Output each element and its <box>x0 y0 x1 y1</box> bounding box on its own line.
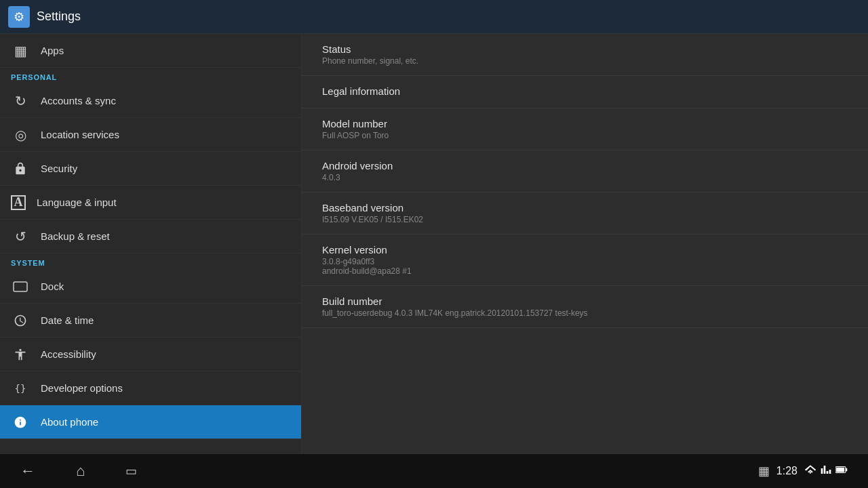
content-row-build-number[interactable]: Build number full_toro-userdebug 4.0.3 I… <box>302 286 868 328</box>
sidebar-item-accessibility[interactable]: Accessibility <box>0 338 301 371</box>
sidebar-item-about-phone[interactable]: About phone <box>0 405 301 439</box>
content-row-legal[interactable]: Legal information <box>302 76 868 108</box>
sidebar-item-security[interactable]: Security <box>0 152 301 186</box>
sidebar-item-accounts-sync-label: Accounts & sync <box>41 95 116 106</box>
sidebar-item-dock[interactable]: Dock <box>0 270 301 304</box>
sidebar: ▦ Apps PERSONAL ↻ Accounts & sync ◎ Loca… <box>0 34 302 488</box>
section-system-label: SYSTEM <box>0 253 301 270</box>
page-title: Settings <box>37 9 81 24</box>
sidebar-item-developer-label: Developer options <box>41 382 123 394</box>
content-row-baseband-version[interactable]: Baseband version I515.09 V.EK05 / I515.E… <box>302 192 868 235</box>
sidebar-item-backup-reset[interactable]: ↺ Backup & reset <box>0 220 301 253</box>
android-version-title: Android version <box>322 160 848 171</box>
recents-button[interactable]: ▭ <box>125 464 137 479</box>
content-row-status[interactable]: Status Phone number, signal, etc. <box>302 34 868 76</box>
model-title: Model number <box>322 118 848 129</box>
content-row-android-version[interactable]: Android version 4.0.3 <box>302 150 868 192</box>
section-personal-label: PERSONAL <box>0 68 301 84</box>
sidebar-item-location-label: Location services <box>41 129 119 140</box>
sidebar-item-language-input[interactable]: A Language & input <box>0 186 301 220</box>
content-row-kernel-version[interactable]: Kernel version 3.0.8-g49a0ff3 android-bu… <box>302 235 868 286</box>
sidebar-item-date-time[interactable]: Date & time <box>0 304 301 338</box>
sidebar-item-backup-label: Backup & reset <box>41 230 110 242</box>
sidebar-item-location-services[interactable]: ◎ Location services <box>0 118 301 152</box>
status-title: Status <box>322 43 848 55</box>
svg-rect-2 <box>846 468 847 472</box>
sidebar-item-developer-options[interactable]: {} Developer options <box>0 371 301 405</box>
nav-right: ▦ 1:28 <box>758 464 848 479</box>
build-number-subtitle: full_toro-userdebug 4.0.3 IML74K eng.pat… <box>322 308 848 318</box>
wifi-icon <box>804 465 816 477</box>
build-number-title: Build number <box>322 296 848 307</box>
main-layout: ▦ Apps PERSONAL ↻ Accounts & sync ◎ Loca… <box>0 34 868 488</box>
sidebar-item-apps-label: Apps <box>41 45 64 56</box>
developer-options-icon: {} <box>11 379 30 398</box>
apps-icon: ▦ <box>11 41 30 60</box>
status-icons <box>804 464 848 478</box>
back-button[interactable]: ← <box>20 462 35 480</box>
legal-title: Legal information <box>322 85 848 97</box>
android-version-subtitle: 4.0.3 <box>322 173 848 182</box>
sidebar-item-accounts-sync[interactable]: ↻ Accounts & sync <box>0 84 301 118</box>
backup-icon: ↺ <box>11 227 30 246</box>
navigation-bar: ← ⌂ ▭ ▦ 1:28 <box>0 454 868 488</box>
dock-icon <box>11 277 30 296</box>
sidebar-item-apps[interactable]: ▦ Apps <box>0 34 301 68</box>
location-icon: ◎ <box>11 125 30 144</box>
svg-rect-3 <box>836 468 844 472</box>
nav-left: ← ⌂ ▭ <box>20 462 137 480</box>
kernel-title: Kernel version <box>322 244 848 256</box>
system-time: 1:28 <box>776 465 797 477</box>
content-area: Status Phone number, signal, etc. Legal … <box>302 34 868 488</box>
language-icon: A <box>11 195 26 210</box>
accounts-sync-icon: ↻ <box>11 92 30 110</box>
svg-rect-0 <box>14 282 27 291</box>
sidebar-item-dock-label: Dock <box>41 281 64 292</box>
signal-icon <box>821 464 831 478</box>
gallery-icon: ▦ <box>758 464 770 479</box>
settings-app-icon: ⚙ <box>8 6 30 28</box>
sidebar-item-date-time-label: Date & time <box>41 314 94 326</box>
home-button[interactable]: ⌂ <box>76 462 85 480</box>
baseband-title: Baseband version <box>322 202 848 214</box>
sidebar-item-accessibility-label: Accessibility <box>41 348 96 360</box>
sidebar-item-security-label: Security <box>41 163 77 174</box>
model-subtitle: Full AOSP on Toro <box>322 131 848 140</box>
top-bar: ⚙ Settings <box>0 0 868 34</box>
sidebar-item-language-label: Language & input <box>37 197 117 208</box>
content-row-model-number[interactable]: Model number Full AOSP on Toro <box>302 108 868 150</box>
status-subtitle: Phone number, signal, etc. <box>322 56 848 66</box>
sidebar-item-about-phone-label: About phone <box>41 416 98 428</box>
date-time-icon <box>11 311 30 330</box>
battery-icon <box>835 464 848 478</box>
baseband-subtitle: I515.09 V.EK05 / I515.EK02 <box>322 215 848 224</box>
kernel-subtitle: 3.0.8-g49a0ff3 android-build@apa28 #1 <box>322 257 848 276</box>
security-icon <box>11 159 30 178</box>
about-phone-icon <box>11 413 30 432</box>
accessibility-icon <box>11 345 30 364</box>
